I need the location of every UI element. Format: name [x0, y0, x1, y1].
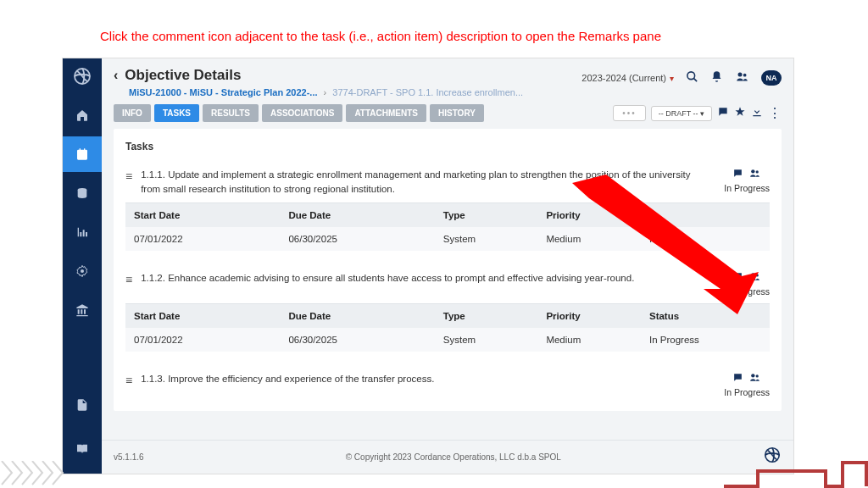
users-icon[interactable]	[735, 70, 749, 86]
task-description: 1.1.3. Improve the efficiency and experi…	[141, 372, 715, 386]
col-due: Due Date	[280, 203, 434, 228]
task-description: 1.1.1. Update and implement a strategic …	[141, 168, 715, 196]
svg-point-8	[751, 274, 754, 277]
task-row: ≡ 1.1.1. Update and implement a strategi…	[114, 161, 782, 258]
tab-history[interactable]: HISTORY	[430, 104, 484, 122]
cell-type: System	[435, 227, 538, 251]
drag-handle-icon[interactable]: ≡	[125, 273, 132, 286]
main-content: ‹ Objective Details MiSU-21000 - MiSU - …	[102, 58, 793, 474]
task-row: ≡ 1.1.2. Enhance academic advising to en…	[114, 264, 782, 358]
col-due: Due Date	[280, 304, 434, 329]
task-row: ≡ 1.1.3. Improve the efficiency and expe…	[114, 365, 782, 411]
col-type: Type	[435, 304, 538, 329]
back-button[interactable]: ‹	[114, 68, 118, 83]
sidebar	[63, 58, 102, 474]
cell-priority: Medium	[537, 227, 641, 251]
footer: v5.1.1.6 © Copyright 2023 Cordance Opera…	[102, 440, 793, 474]
col-type: Type	[435, 203, 538, 228]
svg-point-7	[756, 170, 759, 173]
col-priority: Priority	[537, 304, 641, 329]
task-status-badge: In Progress	[724, 286, 770, 297]
footer-logo-icon	[763, 446, 782, 469]
cell-start: 07/01/2022	[125, 227, 280, 251]
tabs-row: INFO TASKS RESULTS ASSOCIATIONS ATTACHME…	[102, 103, 793, 129]
task-status-badge: In Progress	[724, 183, 770, 193]
download-icon[interactable]	[751, 106, 763, 120]
svg-point-6	[751, 169, 754, 173]
tab-attachments[interactable]: ATTACHMENTS	[346, 104, 426, 122]
svg-point-4	[738, 73, 743, 77]
app-logo-icon[interactable]	[63, 58, 102, 94]
breadcrumb: MiSU-21000 - MiSU - Strategic Plan 2022-…	[129, 87, 581, 97]
cell-due: 06/30/2025	[280, 227, 434, 251]
svg-point-5	[743, 74, 747, 77]
panel-title: Tasks	[114, 129, 782, 161]
breadcrumb-root[interactable]: MiSU-21000 - MiSU - Strategic Plan 2022-…	[129, 87, 318, 97]
comment-icon[interactable]	[717, 106, 729, 120]
avatar[interactable]: NA	[761, 70, 782, 86]
tab-results[interactable]: RESULTS	[203, 104, 259, 122]
more-actions-button[interactable]: •••	[613, 105, 646, 121]
svg-point-10	[751, 374, 754, 378]
col-status	[641, 203, 770, 228]
sidebar-item-data[interactable]	[63, 175, 102, 211]
task-users-icon[interactable]	[748, 168, 761, 181]
svg-point-3	[687, 72, 695, 80]
task-users-icon[interactable]	[748, 372, 761, 385]
svg-point-9	[756, 274, 759, 277]
search-icon[interactable]	[686, 70, 698, 86]
period-dropdown[interactable]: 2023-2024 (Current)▾	[581, 73, 674, 83]
task-status-badge: In Progress	[724, 387, 770, 397]
col-status: Status	[641, 304, 770, 329]
cell-start: 07/01/2022	[125, 328, 280, 352]
sidebar-item-docs[interactable]	[63, 387, 102, 423]
svg-point-11	[756, 375, 759, 378]
page-title: Objective Details	[125, 67, 241, 84]
col-start: Start Date	[125, 304, 280, 329]
favorite-icon[interactable]	[734, 106, 746, 120]
content-area: Tasks ≡ 1.1.1. Update and implement a st…	[102, 129, 793, 440]
drag-handle-icon[interactable]: ≡	[125, 374, 132, 387]
task-detail-grid: Start Date Due Date Type Priority 07/01/…	[125, 202, 770, 251]
cell-type: System	[435, 328, 538, 352]
sidebar-item-library[interactable]	[63, 431, 102, 467]
sidebar-item-reports[interactable]	[63, 214, 102, 250]
tab-tasks[interactable]: TASKS	[154, 104, 199, 122]
col-start: Start Date	[125, 203, 280, 228]
cell-due: 06/30/2025	[280, 328, 434, 352]
svg-point-2	[81, 269, 84, 273]
topbar: ‹ Objective Details MiSU-21000 - MiSU - …	[102, 58, 793, 103]
sidebar-item-settings[interactable]	[63, 253, 102, 289]
sidebar-item-home[interactable]	[63, 97, 102, 133]
task-detail-grid: Start Date Due Date Type Priority Status…	[125, 303, 770, 352]
tasks-panel: Tasks ≡ 1.1.1. Update and implement a st…	[114, 129, 782, 411]
col-priority: Priority	[537, 203, 641, 228]
notifications-icon[interactable]	[710, 70, 723, 86]
tab-associations[interactable]: ASSOCIATIONS	[262, 104, 342, 122]
instruction-text: Click the comment icon adjacent to the t…	[100, 29, 661, 43]
cell-priority: Medium	[537, 328, 641, 352]
kebab-icon[interactable]: ⋮	[768, 105, 782, 121]
status-dropdown[interactable]: -- DRAFT -- ▾	[651, 106, 712, 121]
task-description: 1.1.2. Enhance academic advising to ensu…	[141, 271, 715, 286]
app-window: ‹ Objective Details MiSU-21000 - MiSU - …	[62, 58, 794, 474]
task-comment-icon[interactable]	[732, 168, 743, 181]
copyright-text: © Copyright 2023 Cordance Operations, LL…	[346, 452, 561, 462]
sidebar-item-plan[interactable]	[63, 136, 102, 172]
breadcrumb-current: 3774-DRAFT - SPO 1.1. Increase enrollmen…	[332, 87, 523, 97]
task-comment-icon[interactable]	[732, 372, 743, 385]
task-comment-icon[interactable]	[732, 271, 743, 285]
tab-info[interactable]: INFO	[114, 104, 151, 122]
cell-status: In Pr	[641, 227, 770, 251]
drag-handle-icon[interactable]: ≡	[125, 169, 132, 183]
version-text: v5.1.1.6	[114, 452, 144, 462]
sidebar-item-institution[interactable]	[63, 292, 102, 328]
cell-status: In Progress	[641, 328, 770, 352]
task-users-icon[interactable]	[748, 271, 761, 285]
